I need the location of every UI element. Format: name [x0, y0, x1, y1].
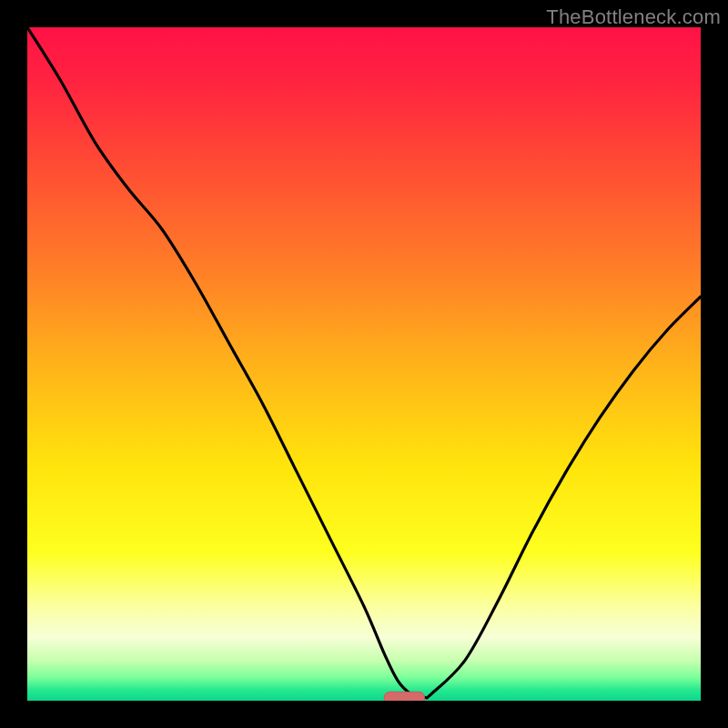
gradient-background: [27, 27, 701, 701]
chart-canvas: [27, 27, 701, 701]
watermark: TheBottleneck.com: [546, 5, 721, 29]
optimal-marker: [384, 692, 424, 701]
chart-frame: [27, 27, 701, 701]
